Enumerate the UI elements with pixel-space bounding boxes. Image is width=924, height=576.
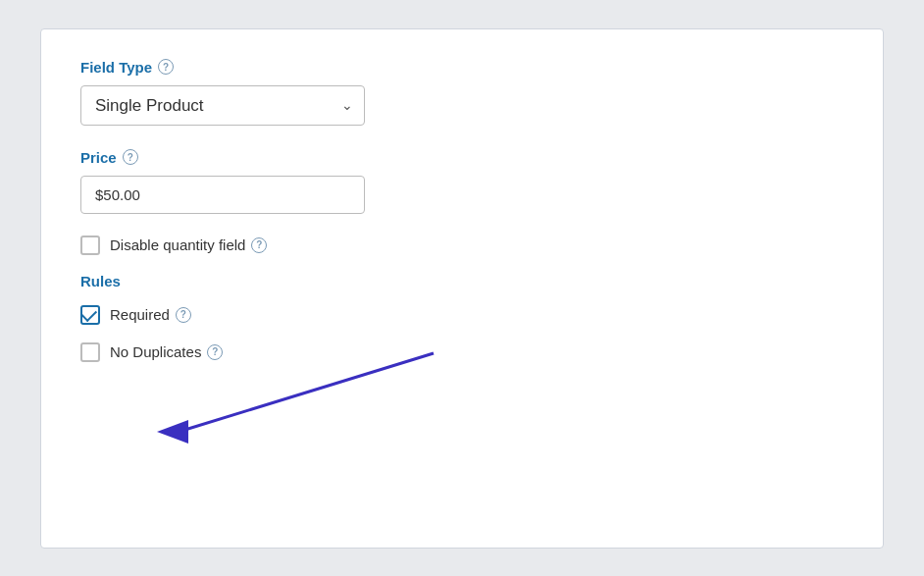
price-label: Price ? [80, 149, 844, 166]
price-input[interactable] [80, 176, 365, 214]
field-type-select-wrapper: Single Product Multiple Products Subscri… [80, 85, 365, 126]
disable-quantity-help-icon[interactable]: ? [251, 237, 267, 253]
disable-quantity-checkbox[interactable] [80, 236, 100, 255]
disable-quantity-text: Disable quantity field [110, 236, 245, 253]
required-label: Required ? [110, 306, 191, 323]
field-type-label: Field Type ? [80, 59, 844, 76]
required-text: Required [110, 306, 170, 323]
required-checkbox[interactable] [80, 305, 100, 325]
price-input-wrapper [80, 176, 365, 214]
price-text: Price [80, 149, 117, 166]
svg-marker-1 [157, 420, 188, 444]
settings-panel: Field Type ? Single Product Multiple Pro… [40, 28, 884, 549]
required-help-icon[interactable]: ? [176, 307, 191, 323]
disable-quantity-row: Disable quantity field ? [80, 236, 844, 255]
field-type-text: Field Type [80, 59, 152, 76]
svg-line-0 [179, 353, 434, 432]
price-help-icon[interactable]: ? [123, 149, 138, 165]
rules-title: Rules [80, 273, 844, 289]
field-type-select[interactable]: Single Product Multiple Products Subscri… [80, 85, 365, 126]
required-row: Required ? [80, 305, 844, 325]
disable-quantity-label: Disable quantity field ? [110, 236, 267, 253]
field-type-help-icon[interactable]: ? [158, 59, 174, 75]
no-duplicates-checkbox[interactable] [80, 342, 100, 362]
arrow-annotation [100, 343, 512, 461]
